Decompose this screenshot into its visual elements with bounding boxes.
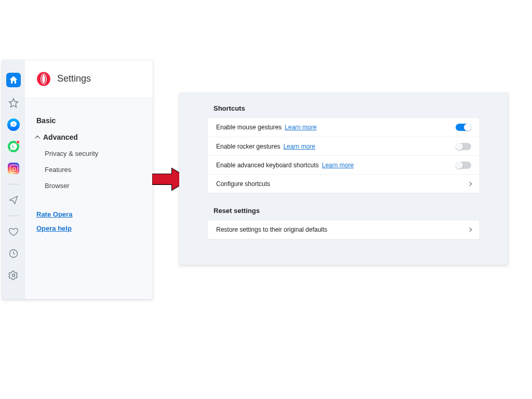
- svg-marker-0: [9, 99, 18, 108]
- settings-panel: Settings Basic Advanced Privacy & securi…: [25, 60, 153, 299]
- link-rate-opera[interactable]: Rate Opera: [35, 207, 143, 221]
- instagram-icon[interactable]: [7, 162, 20, 175]
- messenger-icon[interactable]: [7, 118, 20, 131]
- heart-outline-icon[interactable]: [7, 225, 20, 238]
- learn-more-link[interactable]: Learn more: [285, 124, 316, 131]
- row-label: Enable rocker gestures: [216, 143, 280, 150]
- nav-basic[interactable]: Basic: [35, 112, 143, 129]
- browser-icon-rail: [2, 60, 25, 299]
- paper-plane-icon[interactable]: [7, 194, 20, 206]
- chevron-up-icon: [35, 135, 40, 140]
- rail-divider: [8, 216, 19, 216]
- reset-heading: Reset settings: [207, 205, 480, 220]
- home-icon[interactable]: [6, 73, 21, 87]
- nav-privacy-security[interactable]: Privacy & security: [35, 145, 143, 162]
- toggle-rocker-gestures[interactable]: [456, 143, 471, 150]
- row-rocker-gestures: Enable rocker gestures Learn more: [208, 137, 480, 155]
- settings-header: Settings: [25, 60, 153, 98]
- svg-point-7: [42, 74, 45, 83]
- row-label: Enable advanced keyboard shortcuts: [216, 162, 318, 169]
- row-label: Restore settings to their original defau…: [216, 226, 327, 233]
- nav-browser[interactable]: Browser: [35, 178, 143, 194]
- clock-icon[interactable]: [7, 247, 20, 260]
- chevron-right-icon: [468, 228, 472, 232]
- nav-advanced-label: Advanced: [43, 133, 78, 141]
- nav-advanced[interactable]: Advanced: [35, 129, 143, 145]
- row-label: Enable mouse gestures: [216, 124, 282, 131]
- row-mouse-gestures: Enable mouse gestures Learn more: [208, 118, 480, 137]
- shortcuts-heading: Shortcuts: [207, 102, 480, 117]
- row-restore-defaults[interactable]: Restore settings to their original defau…: [208, 220, 480, 239]
- settings-detail-window: Shortcuts Enable mouse gestures Learn mo…: [179, 93, 508, 265]
- settings-nav: Basic Advanced Privacy & security Featur…: [25, 98, 153, 299]
- settings-title: Settings: [57, 73, 91, 84]
- whatsapp-icon[interactable]: [7, 140, 20, 153]
- learn-more-link[interactable]: Learn more: [322, 162, 353, 169]
- learn-more-link[interactable]: Learn more: [283, 143, 315, 150]
- row-label: Configure shortcuts: [216, 180, 270, 188]
- svg-point-2: [12, 274, 15, 277]
- opera-logo-icon: [36, 72, 51, 86]
- rail-divider: [8, 184, 19, 184]
- nav-features[interactable]: Features: [35, 162, 143, 178]
- shortcuts-card: Enable mouse gestures Learn more Enable …: [207, 117, 480, 193]
- row-configure-shortcuts[interactable]: Configure shortcuts: [208, 174, 480, 193]
- nav-links: Rate Opera Opera help: [35, 207, 143, 235]
- chevron-right-icon: [468, 181, 472, 185]
- row-advanced-keyboard-shortcuts: Enable advanced keyboard shortcuts Learn…: [208, 155, 480, 174]
- star-outline-icon[interactable]: [7, 97, 20, 109]
- toggle-advanced-keyboard-shortcuts[interactable]: [456, 162, 471, 169]
- reset-card: Restore settings to their original defau…: [207, 220, 480, 240]
- gear-icon[interactable]: [7, 269, 20, 282]
- link-opera-help[interactable]: Opera help: [35, 221, 143, 235]
- toggle-mouse-gestures[interactable]: [456, 124, 471, 131]
- settings-sidebar-window: Settings Basic Advanced Privacy & securi…: [2, 60, 153, 299]
